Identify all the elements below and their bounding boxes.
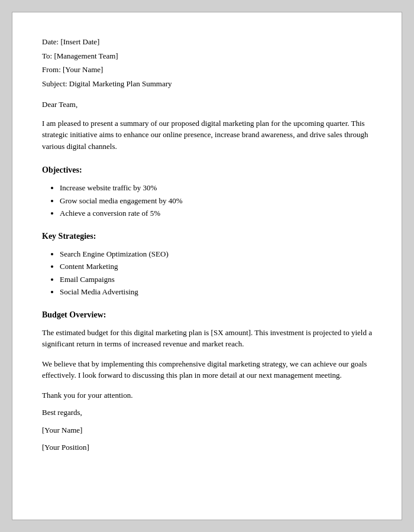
thanks-line: Thank you for your attention.: [42, 390, 372, 401]
regards-line: Best regards,: [42, 407, 372, 419]
closing-block: Thank you for your attention. Best regar…: [42, 390, 372, 453]
subject-text: Subject: Digital Marketing Plan Summary: [42, 79, 172, 88]
objectives-heading: Objectives:: [42, 164, 372, 176]
document-container: Date: [Insert Date] To: [Management Team…: [12, 12, 402, 520]
date-line: Date: [Insert Date]: [42, 36, 372, 48]
greeting: Dear Team,: [42, 99, 372, 111]
list-item: Grow social media engagement by 40%: [60, 195, 372, 207]
list-item: Increase website traffic by 30%: [60, 182, 372, 194]
list-item: Content Marketing: [60, 261, 372, 273]
strategies-list: Search Engine Optimization (SEO) Content…: [42, 248, 372, 298]
objectives-section: Objectives: Increase website traffic by …: [42, 164, 372, 219]
budget-para-1: The estimated budget for this digital ma…: [42, 327, 372, 350]
from-line: From: [Your Name]: [42, 64, 372, 76]
list-item: Email Campaigns: [60, 274, 372, 286]
from-text: From: [Your Name]: [42, 65, 103, 74]
budget-heading: Budget Overview:: [42, 309, 372, 321]
list-item: Search Engine Optimization (SEO): [60, 248, 372, 260]
intro-paragraph: I am pleased to present a summary of our…: [42, 118, 372, 153]
position-line: [Your Position]: [42, 442, 372, 453]
objectives-list: Increase website traffic by 30% Grow soc…: [42, 182, 372, 219]
subject-line: Subject: Digital Marketing Plan Summary: [42, 78, 372, 90]
to-line: To: [Management Team]: [42, 50, 372, 62]
list-item: Achieve a conversion rate of 5%: [60, 207, 372, 219]
name-line: [Your Name]: [42, 424, 372, 436]
budget-section: Budget Overview: The estimated budget fo…: [42, 309, 372, 381]
key-strategies-heading: Key Strategies:: [42, 230, 372, 242]
budget-para-2: We believe that by implementing this com…: [42, 358, 372, 381]
date-text: Date: [Insert Date]: [42, 37, 99, 46]
key-strategies-section: Key Strategies: Search Engine Optimizati…: [42, 230, 372, 298]
to-text: To: [Management Team]: [42, 51, 118, 60]
list-item: Social Media Advertising: [60, 286, 372, 298]
